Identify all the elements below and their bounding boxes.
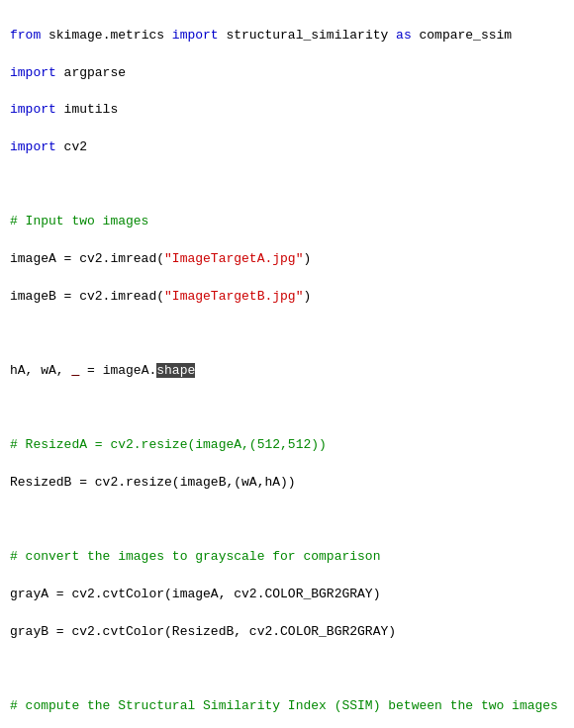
line-imageb: imageB = cv2.imread("ImageTargetB.jpg") bbox=[10, 288, 564, 307]
line-imagea: imageA = cv2.imread("ImageTargetA.jpg") bbox=[10, 250, 564, 269]
line-1: from skimage.metrics import structural_s… bbox=[10, 27, 564, 46]
line-3: import imutils bbox=[10, 101, 564, 120]
line-shape: hA, wA, _ = imageA.shape bbox=[10, 362, 564, 381]
line-comment-resize: # ResizedA = cv2.resize(imageA,(512,512)… bbox=[10, 436, 564, 455]
line-comment-gray: # convert the images to grayscale for co… bbox=[10, 548, 564, 567]
line-resizedb: ResizedB = cv2.resize(imageB,(wA,hA)) bbox=[10, 474, 564, 493]
line-graya: grayA = cv2.cvtColor(imageA, cv2.COLOR_B… bbox=[10, 586, 564, 604]
line-comment-ssim: # compute the Structural Similarity Inde… bbox=[10, 697, 564, 716]
code-editor: from skimage.metrics import structural_s… bbox=[10, 8, 564, 728]
line-4: import cv2 bbox=[10, 138, 564, 157]
line-grayb: grayB = cv2.cvtColor(ResizedB, cv2.COLOR… bbox=[10, 623, 564, 642]
line-2: import argparse bbox=[10, 64, 564, 83]
line-comment-input: # Input two images bbox=[10, 213, 564, 231]
